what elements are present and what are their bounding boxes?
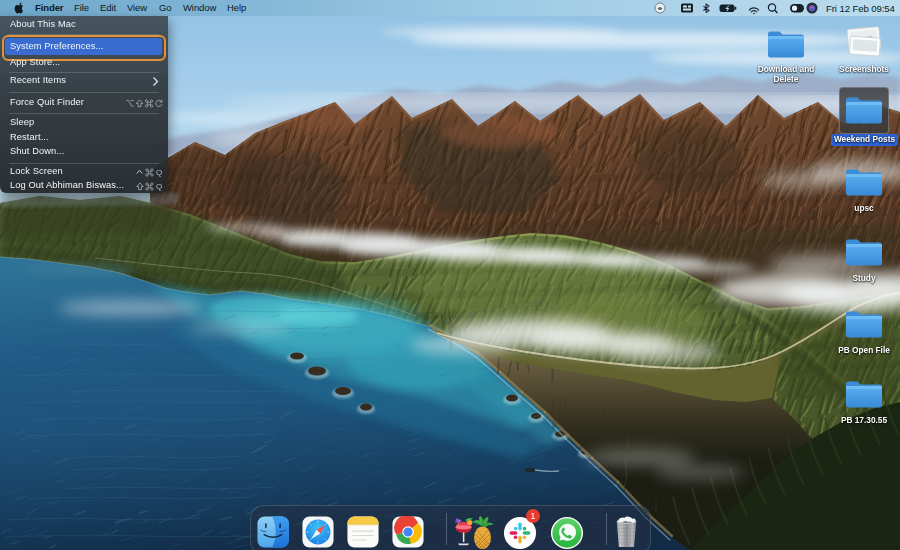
svg-text:Fri 12 Feb 09:54: Fri 12 Feb 09:54 xyxy=(826,3,896,14)
svg-text:Q: Q xyxy=(156,168,162,177)
svg-text:Q: Q xyxy=(156,182,162,191)
